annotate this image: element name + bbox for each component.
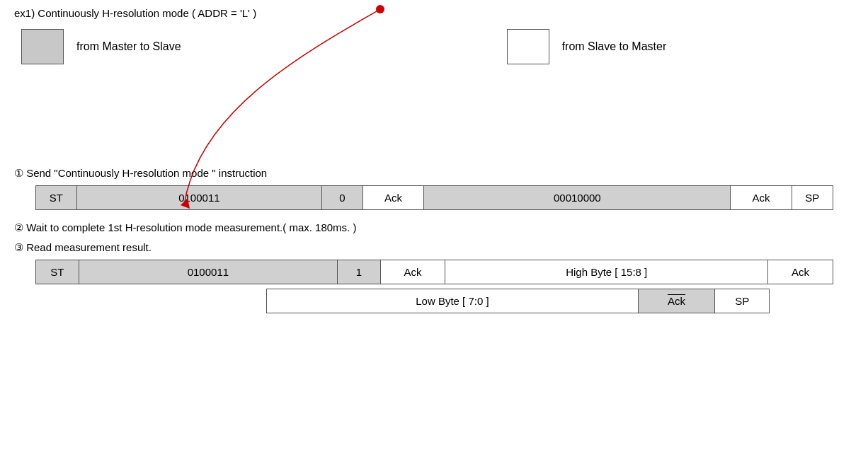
table3-ack: Ack [639,289,715,313]
table2-ack: Ack [380,260,445,284]
table3-sp: SP [715,289,770,313]
master-box [21,29,64,64]
table2-addr: 0100011 [79,260,337,284]
table1-sp: SP [792,186,833,210]
table1-ack2: Ack [731,186,792,210]
table1: ST 0100011 0 Ack 00010000 Ack SP [14,185,854,210]
table1-rw: 0 [322,186,363,210]
table1-addr: 0100011 [76,186,321,210]
master-to-slave-label: from Master to Slave [76,40,181,53]
table3-data: Low Byte [ 7:0 ] [266,289,638,313]
table2-rw: 1 [337,260,380,284]
table1-st: ST [36,186,77,210]
table1-data: 00010000 [424,186,731,210]
table1-ack: Ack [362,186,424,210]
step2-label: ② Wait to complete 1st H-resolution mode… [14,221,854,234]
step1-label: ① Send "Continuously H-resolution mode "… [14,167,854,180]
slave-to-master-label: from Slave to Master [562,40,667,53]
master-to-slave-legend: from Master to Slave [21,29,181,64]
table2-data: High Byte [ 15:8 ] [445,260,768,284]
slave-to-master-legend: from Slave to Master [507,29,667,64]
step3-label: ③ Read measurement result. [14,241,854,254]
table2: ST 0100011 1 Ack High Byte [ 15:8 ] Ack [14,260,854,284]
page-title: ex1) Continuously H-resolution mode ( AD… [14,7,854,19]
table2-st: ST [36,260,79,284]
table3-wrap: Low Byte [ 7:0 ] Ack SP [14,289,854,313]
slave-box [507,29,549,64]
ack-overline: Ack [668,295,685,307]
table2-ack2: Ack [768,260,833,284]
